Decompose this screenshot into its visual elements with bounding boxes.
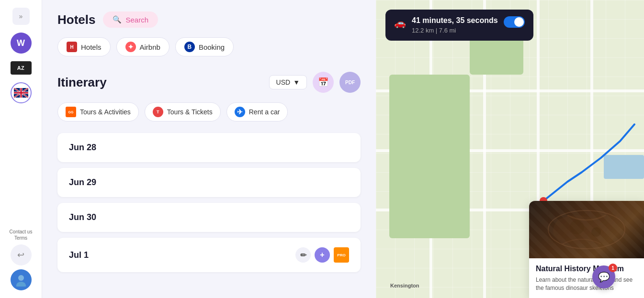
museum-info: Natural History Museum Learn about the n… (529, 258, 644, 298)
search-label: Search (125, 16, 148, 24)
booking-logo: B (184, 42, 195, 52)
add-button-jul1[interactable]: + (315, 247, 330, 263)
hotels-provider-button[interactable]: H Hotels (57, 37, 111, 56)
currency-chevron-icon: ▼ (293, 78, 300, 86)
search-icon: 🔍 (113, 15, 122, 24)
date-row-jul1: Jul 1 ✏ + PRO (57, 238, 361, 272)
user-avatar-icon (14, 273, 28, 287)
uk-flag-icon (14, 88, 28, 98)
tours-tickets-label: Tours & Tickets (167, 108, 213, 116)
hotels-logo: H (67, 42, 77, 52)
tours-activities-tab[interactable]: GG Tours & Activities (57, 102, 139, 121)
museum-description: Learn about the natural world and see th… (536, 276, 637, 292)
hotels-title: Hotels (57, 12, 95, 27)
main-content: Hotels 🔍 Search H Hotels ✦ Airbnb B Book… (42, 0, 376, 298)
date-row-jun29: Jun 29 (57, 168, 361, 197)
pdf-button[interactable]: PDF (339, 72, 361, 93)
pdf-icon: PDF (345, 80, 355, 85)
airbnb-label: Airbnb (140, 43, 160, 51)
itinerary-header: Itinerary USD ▼ 📅 PDF (57, 72, 361, 93)
rent-car-tab[interactable]: ✈ Rent a car (226, 102, 288, 121)
getyourguide-logo: GG (66, 107, 76, 117)
route-toggle[interactable] (504, 16, 525, 28)
date-label-jul1: Jul 1 (69, 250, 89, 260)
date-label-jun30: Jun 30 (69, 212, 96, 222)
language-selector[interactable] (11, 82, 32, 103)
museum-name: Natural History Museum (536, 264, 637, 273)
museum-card[interactable]: Natural History Museum Learn about the n… (529, 201, 644, 298)
route-info-card: 🚗 41 minutes, 35 seconds 12.2 km | 7.6 m… (385, 10, 533, 41)
airbnb-logo: ✦ (125, 42, 136, 52)
avatar[interactable]: W (11, 33, 32, 54)
az-translate-button[interactable]: AZ (11, 61, 32, 75)
kensington-label: Kensington (390, 283, 419, 288)
water-area (604, 155, 644, 179)
back-button[interactable]: ↩ (11, 244, 32, 265)
currency-selector[interactable]: USD ▼ (269, 75, 307, 89)
activity-tabs: GG Tours & Activities T Tours & Tickets … (57, 102, 361, 121)
date-row-jun28: Jun 28 (57, 133, 361, 162)
chat-icon: 💬 (598, 271, 610, 283)
hotels-header: Hotels 🔍 Search (57, 11, 361, 28)
calendar-button[interactable]: 📅 (313, 72, 334, 93)
itinerary-controls: USD ▼ 📅 PDF (269, 72, 361, 93)
booking-label: Booking (199, 43, 225, 51)
svg-point-2 (16, 282, 26, 287)
date-rows: Jun 28 Jun 29 Jun 30 Jul 1 ✏ + PRO (57, 133, 361, 272)
tours-tickets-tab[interactable]: T Tours & Tickets (145, 102, 221, 121)
itinerary-title: Itinerary (57, 75, 107, 90)
date-row-jun30: Jun 30 (57, 203, 361, 232)
route-time: 41 minutes, 35 seconds (412, 16, 498, 25)
svg-point-4 (570, 220, 584, 234)
sidebar: » W AZ Contact us Terms ↩ (0, 0, 42, 298)
search-button[interactable]: 🔍 Search (103, 11, 158, 28)
route-distance: 12.2 km | 7.6 mi (412, 27, 498, 34)
pro-button-jul1[interactable]: PRO (334, 247, 349, 263)
chat-button[interactable]: 💬 1 (592, 265, 615, 288)
chevron-right-icon: » (19, 12, 23, 20)
park-area-1 (389, 75, 470, 239)
back-arrow-icon: ↩ (17, 250, 24, 260)
hotel-providers: H Hotels ✦ Airbnb B Booking (57, 37, 361, 56)
rentacar-logo: ✈ (235, 107, 245, 117)
toggle-knob (514, 17, 524, 27)
airbnb-provider-button[interactable]: ✦ Airbnb (116, 37, 169, 56)
museum-image (529, 201, 644, 258)
booking-provider-button[interactable]: B Booking (175, 37, 234, 56)
sidebar-bottom: Contact us Terms ↩ (10, 229, 33, 290)
car-icon: 🚗 (394, 17, 406, 29)
currency-value: USD (276, 78, 291, 86)
svg-point-1 (18, 275, 24, 281)
museum-image-svg (529, 201, 644, 258)
map-container: Kensington Westminster 🚗 41 minutes, 35 … (376, 0, 644, 298)
tours-activities-label: Tours & Activities (80, 108, 131, 116)
hotels-label: Hotels (81, 43, 102, 51)
rent-car-label: Rent a car (249, 108, 280, 116)
terms-link[interactable]: Terms (14, 235, 27, 241)
svg-point-5 (591, 227, 601, 237)
chat-badge: 1 (609, 264, 617, 272)
date-label-jun29: Jun 29 (69, 177, 96, 188)
date-label-jun28: Jun 28 (69, 143, 96, 153)
edit-button-jul1[interactable]: ✏ (295, 247, 311, 263)
tiqets-logo: T (153, 107, 163, 117)
date-actions-jul1: ✏ + PRO (295, 247, 349, 263)
route-info-text: 41 minutes, 35 seconds 12.2 km | 7.6 mi (412, 16, 498, 34)
contact-terms: Contact us Terms (10, 229, 33, 241)
user-avatar-bottom[interactable] (11, 269, 32, 290)
calendar-icon: 📅 (318, 77, 328, 88)
sidebar-collapse-button[interactable]: » (12, 8, 30, 25)
contact-link[interactable]: Contact us (10, 229, 33, 234)
